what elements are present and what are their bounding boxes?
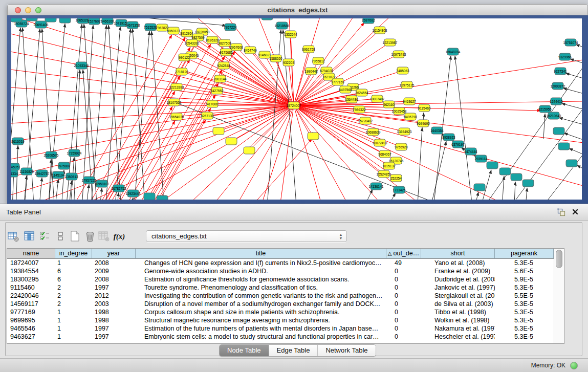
table-cell[interactable]: Estimation of the future numbers of pati…	[136, 324, 386, 333]
table-cell[interactable]: 1998	[92, 316, 136, 324]
table-cell[interactable]: 1997	[92, 283, 136, 292]
function-builder-icon[interactable]: f(x)	[112, 230, 127, 243]
graph-node[interactable]	[213, 127, 224, 135]
column-header-pagerank[interactable]: pagerank	[495, 249, 554, 259]
table-cell[interactable]: 5.6E-5	[495, 267, 554, 275]
table-cell[interactable]: 1	[55, 308, 92, 316]
table-cell[interactable]: 2	[55, 300, 92, 308]
table-row[interactable]: 946362711997Embryonic stem cells: a mode…	[7, 333, 564, 341]
table-cell[interactable]: 1998	[92, 308, 136, 316]
network-window-titlebar[interactable]: citations_edges.txt	[7, 4, 588, 15]
close-panel-icon[interactable]	[572, 208, 581, 217]
table-cell[interactable]: 5.3E-5	[495, 316, 554, 324]
graph-node[interactable]	[522, 180, 534, 187]
graph-node[interactable]	[558, 143, 570, 150]
graph-node[interactable]	[566, 160, 577, 167]
table-cell[interactable]: 19384554	[7, 267, 55, 275]
table-cell[interactable]: 6	[55, 275, 92, 283]
table-cell[interactable]: 18300295	[7, 275, 55, 283]
table-cell[interactable]: 0	[386, 333, 421, 341]
graph-node[interactable]	[262, 18, 273, 20]
tab-network-table[interactable]: Network Table	[317, 345, 375, 356]
table-cell[interactable]: 0	[386, 308, 421, 316]
table-cell[interactable]: 6	[55, 267, 92, 275]
column-checklist-icon[interactable]	[38, 230, 52, 243]
graph-node[interactable]	[474, 184, 485, 191]
graph-node[interactable]	[59, 18, 71, 23]
table-cell[interactable]: 1	[55, 333, 92, 341]
table-cell[interactable]: 1997	[92, 324, 136, 333]
graph-node[interactable]	[511, 173, 522, 181]
table-cell[interactable]: Investigating the contribution of common…	[136, 292, 386, 300]
tab-node-table[interactable]: Node Table	[220, 345, 269, 356]
table-row[interactable]: 946554611997Estimation of the future num…	[7, 324, 564, 333]
column-header-title[interactable]: title	[136, 249, 386, 259]
table-row[interactable]: 911546021997Tourette syndrome. Phenomeno…	[7, 283, 564, 292]
table-cell[interactable]: 1997	[92, 333, 136, 341]
table-cell[interactable]: 0	[386, 292, 421, 300]
table-cell[interactable]: Yano et al. (2008)	[421, 259, 495, 267]
tab-edge-table[interactable]: Edge Table	[269, 345, 318, 356]
table-row[interactable]: 1938455462009Genome-wide association stu…	[7, 267, 564, 275]
select-columns-icon[interactable]	[23, 230, 36, 243]
column-header-short[interactable]: short	[421, 249, 495, 259]
graph-node[interactable]	[553, 127, 564, 135]
table-cell[interactable]: 9115460	[7, 283, 55, 292]
table-cell[interactable]: 0	[386, 267, 421, 275]
table-mode-icon[interactable]	[54, 230, 67, 243]
table-cell[interactable]: Genome-wide association studies in ADHD.	[136, 267, 386, 275]
citation-network-graph[interactable]: 1905572420691406106532871527602646616010…	[11, 18, 582, 200]
table-cell[interactable]: Tibbo et al. (1998)	[421, 308, 495, 316]
table-cell[interactable]: 2	[55, 283, 92, 292]
table-cell[interactable]: 5.5E-5	[495, 292, 554, 300]
create-table-icon[interactable]	[68, 230, 81, 243]
graph-node[interactable]	[45, 18, 56, 22]
table-cell[interactable]: 2008	[92, 275, 136, 283]
table-cell[interactable]: 5.3E-5	[495, 333, 554, 341]
table-cell[interactable]: 1	[55, 259, 92, 267]
graph-node[interactable]	[226, 138, 237, 145]
table-cell[interactable]: 1	[55, 324, 92, 333]
table-cell[interactable]: Disruption of a novel member of a sodium…	[136, 300, 386, 308]
table-row[interactable]: 1456911722003Disruption of a novel membe…	[7, 300, 564, 308]
graph-node[interactable]	[487, 162, 498, 169]
table-cell[interactable]: Changes of HCN gene expression and I(f) …	[136, 259, 386, 267]
table-cell[interactable]: 2012	[92, 292, 136, 300]
table-cell[interactable]: 5.3E-5	[495, 300, 554, 308]
table-row[interactable]: 969969511998Structural magnetic resonanc…	[7, 316, 564, 324]
memory-status-indicator-icon[interactable]	[570, 362, 578, 369]
graph-node[interactable]	[144, 193, 155, 200]
graph-node[interactable]	[157, 195, 168, 200]
column-header-name[interactable]: name	[7, 249, 55, 259]
table-cell[interactable]: 0	[386, 275, 421, 283]
table-cell[interactable]: Jankovic et al. (1997)	[421, 283, 495, 292]
table-row[interactable]: 1872400712008Changes of HCN gene express…	[7, 259, 564, 267]
table-row[interactable]: 977716911998Corpus callosum shape and si…	[7, 308, 564, 316]
table-cell[interactable]: Estimation of significance thresholds fo…	[136, 275, 386, 283]
table-scrollbar-thumb[interactable]	[556, 250, 562, 268]
table-cell[interactable]: de Silva et al. (2003)	[421, 300, 495, 308]
table-cell[interactable]: 0	[386, 324, 421, 333]
graph-node[interactable]	[499, 168, 511, 175]
table-cell[interactable]: 2008	[92, 259, 136, 267]
table-cell[interactable]: 0	[386, 300, 421, 308]
table-select-dropdown[interactable]: citations_edges.txt ▲▼	[146, 230, 347, 242]
delete-table-icon[interactable]	[83, 230, 97, 243]
table-cell[interactable]: Tourette syndrome. Phenomenology and cla…	[136, 283, 386, 292]
table-cell[interactable]: 9465546	[7, 324, 55, 333]
column-header-out-degree[interactable]: △out_de…	[386, 249, 421, 259]
table-cell[interactable]: 1	[55, 316, 92, 324]
table-cell[interactable]: 0	[386, 316, 421, 324]
table-cell[interactable]: Wolkin et al. (1998)	[421, 316, 495, 324]
table-cell[interactable]: 9777169	[7, 308, 55, 316]
column-header-year[interactable]: year	[92, 249, 136, 259]
table-cell[interactable]: Nakamura et al. (1997)	[421, 324, 495, 333]
table-cell[interactable]: 18724007	[7, 259, 55, 267]
table-scrollbar[interactable]	[554, 249, 564, 343]
graph-node[interactable]	[26, 18, 37, 21]
table-row[interactable]: 1830029562008Estimation of significance …	[7, 275, 564, 283]
table-cell[interactable]: 49	[386, 259, 421, 267]
table-cell[interactable]: 14569117	[7, 300, 55, 308]
table-cell[interactable]: Hescheler et al. (1997)	[421, 333, 495, 341]
column-header-in-degree[interactable]: in_degree	[55, 249, 92, 259]
